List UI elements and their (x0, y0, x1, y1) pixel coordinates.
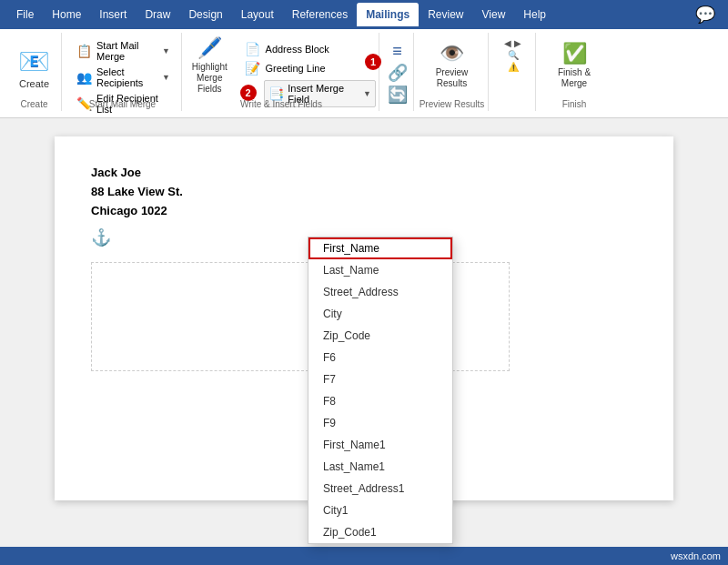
dropdown-item-f6[interactable]: F6 (308, 347, 452, 368)
dropdown-item-city1[interactable]: City1 (308, 499, 452, 521)
ribbon-group-write-insert: 🖊️ HighlightMerge Fields 📄 Address Block… (184, 33, 379, 111)
ribbon-tab-bar: File Home Insert Draw Design Layout Refe… (0, 0, 728, 29)
start-mail-merge-label: Start Mail Merge (96, 40, 158, 62)
ribbon-group-autocheck: ◀ ▶ 🔍 ⚠️ (490, 33, 536, 111)
tab-help[interactable]: Help (514, 3, 555, 26)
ribbon-group-preview: 👁️ PreviewResults Preview Results (416, 33, 489, 111)
highlight-label: HighlightMerge Fields (190, 62, 229, 95)
find-recipient: 🔍 (508, 50, 519, 60)
dropdown-item-street-address1[interactable]: Street_Address1 (308, 478, 452, 499)
step-1-badge: 1 (365, 54, 381, 70)
dropdown-item-zip-code1[interactable]: Zip_Code1 (308, 521, 452, 543)
tab-insert[interactable]: Insert (90, 3, 136, 26)
rules-content: ≡ 🔗 🔄 (386, 35, 410, 109)
preview-group-label: Preview Results (416, 99, 488, 109)
ribbon-group-rules: ≡ 🔗 🔄 (381, 33, 414, 111)
dropdown-item-first-name1[interactable]: First_Name1 (308, 434, 452, 456)
address-block-icon: 📄 (244, 42, 262, 56)
greeting-line-button[interactable]: 📝 Greeting Line 1 (240, 59, 376, 77)
highlight-merge-fields-button[interactable]: 🖊️ HighlightMerge Fields (187, 38, 233, 93)
create-group-label: Create (7, 99, 61, 109)
write-insert-group-label: Write & Insert Fields (184, 99, 379, 109)
address-line-3: Chicago 1022 (91, 202, 637, 221)
finish-merge-button[interactable]: ✅ Finish &Merge (542, 38, 606, 93)
create-button[interactable]: 📧 Create (12, 38, 57, 96)
finish-group-label: Finish (538, 99, 611, 109)
tab-design[interactable]: Design (179, 3, 231, 26)
insert-merge-field-dropdown: First_Name Last_Name Street_Address City… (308, 237, 453, 544)
nav-controls: ◀ ▶ (504, 38, 521, 48)
dropdown-item-f8[interactable]: F8 (308, 390, 452, 412)
insert-merge-arrow: ▼ (363, 89, 371, 98)
finish-icon: ✅ (562, 42, 587, 66)
tab-file[interactable]: File (7, 3, 43, 26)
tab-mailings[interactable]: Mailings (357, 3, 419, 26)
check-errors: ⚠️ (508, 62, 519, 72)
update-icon[interactable]: 🔄 (388, 85, 408, 105)
preview-group-content: 👁️ PreviewResults (421, 35, 483, 109)
tab-view[interactable]: View (473, 3, 515, 26)
document-address: Jack Joe 88 Lake View St. Chicago 1022 (91, 164, 637, 220)
status-bar: wsxdn.com (0, 547, 728, 565)
dropdown-item-f9[interactable]: F9 (308, 412, 452, 434)
write-right-buttons: 📄 Address Block 📝 Greeting Line 1 2 📑 I (240, 40, 376, 107)
document-area: Jack Joe 88 Lake View St. Chicago 1022 ⚓… (0, 118, 728, 565)
start-mail-merge-group-label: Start Mail Merge (64, 99, 181, 109)
start-mail-merge-button[interactable]: 📋 Start Mail Merge ▼ (71, 38, 174, 64)
write-top-row: 🖊️ HighlightMerge Fields 📄 Address Block… (187, 38, 376, 107)
preview-icon: 👁️ (440, 42, 464, 66)
greeting-line-label: Greeting Line (266, 63, 326, 74)
ribbon-group-start-mail-merge: 📋 Start Mail Merge ▼ 👥 Select Recipients… (64, 33, 182, 111)
dropdown-item-last-name1[interactable]: Last_Name1 (308, 456, 452, 478)
dropdown-item-first-name[interactable]: First_Name (308, 237, 452, 259)
ribbon-group-create: 📧 Create Create (7, 33, 62, 111)
anchor-icon: ⚓ (91, 227, 111, 247)
preview-results-button[interactable]: 👁️ PreviewResults (423, 38, 481, 93)
tab-draw[interactable]: Draw (136, 3, 179, 26)
rules-icon[interactable]: ≡ (392, 42, 402, 61)
tab-layout[interactable]: Layout (232, 3, 283, 26)
tab-references[interactable]: References (283, 3, 357, 26)
mail-merge-icon: 📋 (75, 44, 93, 58)
create-label: Create (19, 78, 49, 89)
dropdown-item-f7[interactable]: F7 (308, 368, 452, 390)
chat-icon[interactable]: 💬 (690, 1, 721, 28)
dropdown-item-city[interactable]: City (308, 303, 452, 325)
address-block-label: Address Block (266, 44, 329, 55)
greeting-line-icon: 📝 (244, 61, 262, 76)
select-recipients-label: Select Recipients (96, 66, 158, 88)
status-site: wsxdn.com (671, 550, 721, 561)
ribbon: 📧 Create Create 📋 Start Mail Merge ▼ 👥 S… (0, 29, 728, 118)
address-line-1: Jack Joe (91, 164, 637, 183)
finish-group-content: ✅ Finish &Merge (541, 35, 608, 109)
create-icon: 📧 (18, 46, 50, 76)
ribbon-group-finish: ✅ Finish &Merge Finish (538, 33, 611, 111)
tab-home[interactable]: Home (43, 3, 90, 26)
rules-icons: ≡ 🔗 🔄 (388, 42, 408, 105)
create-group-content: 📧 Create (10, 35, 59, 109)
dropdown-item-last-name[interactable]: Last_Name (308, 259, 452, 281)
address-line-2: 88 Lake View St. (91, 183, 637, 202)
address-block-button[interactable]: 📄 Address Block (240, 40, 376, 58)
highlight-icon: 🖊️ (197, 36, 222, 60)
select-recipients-button[interactable]: 👥 Select Recipients ▼ (71, 65, 174, 90)
dropdown-item-zip-code[interactable]: Zip_Code (308, 325, 452, 347)
recipients-icon: 👥 (75, 70, 93, 85)
dropdown-item-street-address[interactable]: Street_Address (308, 281, 452, 303)
start-mail-merge-arrow: ▼ (162, 46, 170, 55)
match-icon[interactable]: 🔗 (388, 63, 408, 83)
tab-review[interactable]: Review (419, 3, 472, 26)
autocheck-content: ◀ ▶ 🔍 ⚠️ (502, 35, 523, 109)
preview-label: PreviewResults (436, 67, 469, 89)
finish-label: Finish &Merge (558, 67, 591, 89)
select-recipients-arrow: ▼ (162, 73, 170, 82)
